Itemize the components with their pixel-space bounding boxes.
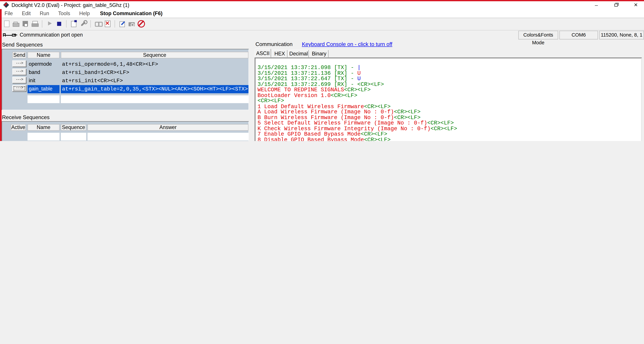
recording-border-top [0, 0, 644, 1]
receive-empty-sequence-cell[interactable] [61, 133, 86, 141]
restore-button[interactable] [610, 1, 622, 10]
terminal-line: 3/15/2021 13:37:21.136 [RX] - U [258, 70, 640, 76]
communication-title: Communication [256, 41, 292, 47]
terminal-line: 8 Disable GPIO Based Bypass Mode<CR><LF> [258, 137, 640, 141]
stop-communication-icon[interactable] [55, 20, 63, 28]
send-empty-name-cell[interactable] [28, 95, 60, 103]
send-empty-sequence-cell[interactable] [61, 95, 248, 103]
find-binoculars-icon[interactable] [94, 20, 102, 28]
terminal-line: BootLoader Version 1.0<CR><LF> [258, 93, 640, 98]
save-project-icon[interactable] [22, 20, 29, 28]
terminal-line: WELCOME TO REDPINE SIGNALS<CR><LF> [258, 87, 640, 93]
baud-settings-panel[interactable]: 115200, None, 8, 1 [599, 31, 644, 40]
snapshot-camera-icon[interactable] [128, 20, 136, 28]
open-project-icon[interactable] [12, 20, 20, 28]
menu-item-file[interactable]: File [0, 10, 17, 16]
minimize-button[interactable]: – [590, 1, 602, 10]
terminal-line: 5 Select Default Wireless Firmware (Imag… [258, 120, 640, 126]
menu-bar: FileEditRunToolsHelpStop Communication (… [0, 10, 644, 18]
toolbar-separator [66, 20, 66, 28]
send-sequences-panel: SendNameSequence--->opermodeat+rsi_operm… [2, 49, 249, 110]
send-header-name: Name [28, 52, 60, 58]
toolbar [0, 19, 644, 31]
com-port-panel[interactable]: COM6 [559, 31, 598, 40]
terminal-line: A Load Wireless Firmware (Image No : 0-f… [258, 109, 640, 115]
toolbar-separator [115, 20, 115, 28]
toolbar-separator [90, 20, 91, 28]
print-icon[interactable] [31, 20, 38, 28]
project-settings-icon[interactable] [70, 20, 78, 28]
send-row-button[interactable]: ---> [12, 69, 26, 75]
send-row-sequence[interactable]: at+rsi_opermode=6,1,48<CR><LF> [61, 61, 248, 67]
terminal-line: 3/15/2021 13:37:22.647 [TX] - U [258, 76, 640, 82]
send-row-name[interactable]: init [28, 77, 60, 83]
tab-hex[interactable]: HEX [272, 50, 288, 58]
receive-header-name: Name [28, 124, 60, 131]
send-sequences-title: Send Sequences [2, 42, 43, 48]
tab-binary[interactable]: Binary [310, 50, 328, 58]
send-header-send: Send [12, 52, 26, 58]
status-bar: Commmunication port open Colors&Fonts Mo… [0, 31, 644, 40]
terminal-line: 1 Load Default Wireless Firmware<CR><LF> [258, 104, 640, 109]
send-header-sequence: Sequence [61, 52, 248, 58]
toolbar-separator [42, 20, 42, 28]
send-row-button[interactable]: ---> [12, 61, 26, 67]
terminal-line: B Burn Wireless Firmware (Image No : 0-f… [258, 115, 640, 120]
tab-decimal[interactable]: Decimal [288, 50, 309, 58]
send-row-name[interactable]: band [28, 69, 60, 75]
status-message: Commmunication port open [20, 32, 83, 38]
keyboard-console-link[interactable]: Keyboard Console on - click to turn off [302, 41, 392, 47]
communication-terminal[interactable]: 3/15/2021 13:37:21.098 [TX] - |3/15/2021… [254, 58, 642, 141]
docklight-window: Docklight V2.0 (Eval) - Project: gain_ta… [0, 0, 644, 141]
window-title: Docklight V2.0 (Eval) - Project: gain_ta… [12, 3, 129, 8]
send-row-sequence[interactable]: at+rsi_band=1<CR><LF> [61, 69, 248, 75]
send-row-sequence[interactable]: at+rsi_init<CR><LF> [61, 77, 248, 83]
menu-item-tools[interactable]: Tools [54, 10, 75, 16]
colors-fonts-mode-panel[interactable]: Colors&Fonts Mode [518, 31, 558, 40]
send-row-sequence[interactable]: at+rsi_gain_table=2,0,35,<STX><NUL><ACK>… [61, 85, 248, 93]
tab-ascii[interactable]: ASCII [254, 49, 271, 58]
recording-border-left [0, 9, 2, 141]
new-project-icon[interactable] [2, 20, 10, 28]
send-row-name[interactable]: gain_table [28, 85, 60, 93]
terminal-line: K Check Wireless Firmware Integrity (Ima… [258, 126, 640, 132]
clear-communication-icon[interactable] [104, 20, 111, 28]
options-wrench-icon[interactable] [79, 20, 87, 28]
receive-header-answer: Answer [88, 124, 248, 131]
terminal-line: <CR><LF> [258, 98, 640, 104]
menu-item-edit[interactable]: Edit [17, 10, 35, 16]
receive-empty-answer-cell[interactable] [88, 133, 248, 141]
menu-item-stop-communication[interactable]: Stop Communication (F6) [94, 10, 167, 16]
receive-header-sequence: Sequence [61, 124, 86, 131]
send-row-name[interactable]: opermode [28, 61, 60, 67]
menu-item-help[interactable]: Help [75, 10, 94, 16]
terminal-line: 7 Enable GPIO Based Bypass Mode<CR><LF> [258, 132, 640, 137]
edit-notes-icon[interactable] [118, 20, 126, 28]
menu-items: FileEditRunToolsHelp [0, 10, 94, 16]
send-row-button[interactable]: ---> [12, 77, 26, 83]
send-row-button[interactable]: ---> [12, 85, 26, 92]
receive-sequences-panel: ActiveNameSequenceAnswer [2, 121, 249, 141]
receive-header-active: Active [10, 124, 26, 131]
receive-empty-name-cell[interactable] [28, 133, 60, 141]
terminal-line: 3/15/2021 13:37:22.699 [RX] - <CR><LF> [258, 82, 640, 87]
close-button[interactable]: ✕ [630, 1, 642, 10]
menu-item-run[interactable]: Run [35, 10, 54, 16]
docklight-logo-icon [3, 2, 9, 8]
terminal-line: 3/15/2021 13:37:21.098 [TX] - | [258, 65, 640, 70]
start-communication-icon[interactable] [46, 20, 53, 28]
title-bar: Docklight V2.0 (Eval) - Project: gain_ta… [0, 1, 644, 10]
serial-connector-icon [2, 32, 17, 40]
keyboard-console-off-icon[interactable] [137, 20, 145, 28]
receive-sequences-title: Receive Sequences [2, 114, 50, 120]
